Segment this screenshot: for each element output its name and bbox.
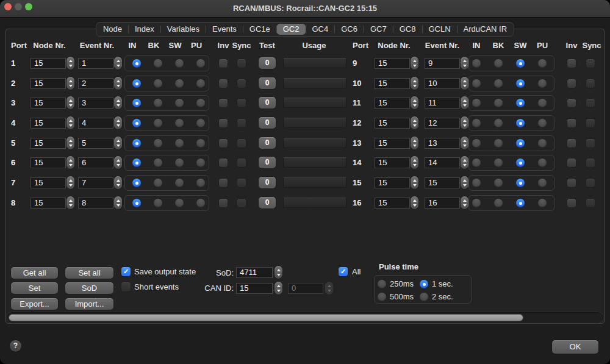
- port-6-radio-bk[interactable]: [154, 159, 162, 167]
- port-13-event-nr-stepper[interactable]: [461, 137, 468, 149]
- port-1-radio-pu[interactable]: [196, 59, 205, 68]
- port-6-usage-input[interactable]: [283, 157, 346, 168]
- title-bar[interactable]: RCAN/MBUS: Rocrail::CAN-GC2 15:15: [0, 0, 610, 18]
- port-2-inv-checkbox[interactable]: [219, 79, 228, 88]
- sod-stepper[interactable]: [274, 266, 282, 279]
- set-all-button[interactable]: Set all: [65, 267, 113, 279]
- port-7-radio-in[interactable]: [132, 179, 141, 187]
- port-1-event-nr-stepper[interactable]: [114, 57, 122, 70]
- port-6-node-nr-stepper[interactable]: [66, 156, 74, 169]
- tab-gc2[interactable]: GC2: [277, 24, 306, 35]
- port-10-sync-checkbox[interactable]: [586, 79, 595, 88]
- tab-gc7[interactable]: GC7: [364, 24, 393, 35]
- port-12-radio-in[interactable]: [472, 119, 481, 127]
- port-12-node-nr-stepper[interactable]: [411, 116, 418, 129]
- port-5-radio-pu[interactable]: [196, 139, 205, 148]
- sod-input[interactable]: 4711: [236, 267, 273, 278]
- port-3-event-nr-stepper[interactable]: [114, 96, 122, 109]
- port-12-radio-pu[interactable]: [538, 119, 547, 127]
- port-14-node-nr-stepper[interactable]: [411, 156, 418, 169]
- port-13-radio-pu[interactable]: [538, 139, 547, 148]
- tab-gc1e[interactable]: GC1e: [243, 24, 276, 35]
- pulse-time-2sec-radio[interactable]: [420, 293, 428, 301]
- port-1-node-nr-stepper[interactable]: [66, 57, 74, 70]
- port-11-radio-bk[interactable]: [494, 99, 503, 107]
- port-13-event-nr-input[interactable]: 13: [425, 138, 460, 149]
- port-13-node-nr-input[interactable]: 15: [375, 138, 410, 149]
- port-2-node-nr-input[interactable]: 15: [30, 78, 66, 89]
- port-14-radio-bk[interactable]: [494, 159, 503, 167]
- port-15-radio-sw[interactable]: [516, 179, 525, 187]
- port-12-node-nr-input[interactable]: 15: [375, 118, 410, 129]
- port-15-node-nr-stepper[interactable]: [411, 176, 418, 189]
- port-4-inv-checkbox[interactable]: [219, 119, 228, 127]
- port-10-event-nr-stepper[interactable]: [461, 77, 468, 90]
- port-8-event-nr-stepper[interactable]: [114, 196, 122, 209]
- port-2-sync-checkbox[interactable]: [237, 79, 246, 88]
- tab-gc6[interactable]: GC6: [335, 24, 364, 35]
- port-4-node-nr-stepper[interactable]: [66, 116, 74, 129]
- sod-button[interactable]: SoD: [65, 282, 113, 294]
- port-1-node-nr-input[interactable]: 15: [30, 58, 66, 69]
- tab-arducan-ir[interactable]: ArduCAN IR: [458, 24, 514, 35]
- port-15-radio-bk[interactable]: [494, 179, 503, 187]
- port-2-radio-pu[interactable]: [196, 79, 205, 88]
- port-8-sync-checkbox[interactable]: [237, 199, 246, 207]
- port-5-radio-sw[interactable]: [175, 139, 184, 148]
- port-9-node-nr-stepper[interactable]: [411, 57, 418, 70]
- port-2-node-nr-stepper[interactable]: [66, 77, 74, 90]
- port-14-radio-pu[interactable]: [538, 159, 547, 167]
- port-13-sync-checkbox[interactable]: [586, 139, 595, 148]
- port-3-radio-bk[interactable]: [154, 99, 162, 107]
- port-8-usage-input[interactable]: [283, 198, 346, 208]
- port-14-event-nr-stepper[interactable]: [461, 156, 468, 169]
- port-13-radio-in[interactable]: [472, 139, 481, 148]
- port-4-node-nr-input[interactable]: 15: [30, 118, 66, 129]
- port-11-node-nr-input[interactable]: 15: [375, 98, 410, 109]
- ok-button[interactable]: OK: [552, 340, 598, 354]
- port-9-radio-pu[interactable]: [538, 59, 547, 68]
- port-11-radio-pu[interactable]: [538, 99, 547, 107]
- port-2-event-nr-input[interactable]: 2: [78, 78, 113, 89]
- port-10-radio-in[interactable]: [472, 79, 481, 88]
- port-5-node-nr-input[interactable]: 15: [30, 138, 66, 149]
- port-4-radio-pu[interactable]: [196, 119, 205, 127]
- port-13-radio-bk[interactable]: [494, 139, 503, 148]
- port-4-event-nr-stepper[interactable]: [114, 116, 122, 129]
- port-4-radio-in[interactable]: [132, 119, 141, 127]
- port-2-test-button[interactable]: 0: [259, 77, 276, 89]
- port-8-radio-pu[interactable]: [196, 199, 205, 207]
- port-1-sync-checkbox[interactable]: [237, 59, 246, 68]
- port-2-radio-bk[interactable]: [154, 79, 162, 88]
- help-button[interactable]: ?: [10, 340, 21, 352]
- port-2-radio-in[interactable]: [132, 79, 141, 88]
- port-5-radio-in[interactable]: [132, 139, 141, 148]
- port-4-event-nr-input[interactable]: 4: [78, 118, 113, 129]
- port-9-event-nr-input[interactable]: 9: [425, 58, 460, 69]
- port-8-test-button[interactable]: 0: [259, 197, 276, 209]
- port-1-radio-bk[interactable]: [154, 59, 162, 68]
- port-16-sync-checkbox[interactable]: [586, 199, 595, 207]
- port-7-sync-checkbox[interactable]: [237, 179, 246, 187]
- port-3-radio-pu[interactable]: [196, 99, 205, 107]
- port-7-event-nr-input[interactable]: 7: [78, 177, 113, 188]
- port-12-event-nr-input[interactable]: 12: [425, 118, 460, 129]
- port-11-radio-sw[interactable]: [516, 99, 525, 107]
- port-10-radio-sw[interactable]: [516, 79, 525, 88]
- port-5-event-nr-stepper[interactable]: [114, 137, 122, 149]
- horizontal-scrollbar-thumb[interactable]: [9, 315, 523, 321]
- port-2-event-nr-stepper[interactable]: [114, 77, 122, 90]
- port-11-node-nr-stepper[interactable]: [411, 96, 418, 109]
- port-1-event-nr-input[interactable]: 1: [78, 58, 113, 69]
- can-id-input[interactable]: 15: [236, 283, 273, 294]
- port-5-radio-bk[interactable]: [154, 139, 162, 148]
- port-16-radio-sw[interactable]: [516, 199, 525, 207]
- tab-index[interactable]: Index: [129, 24, 160, 35]
- port-12-sync-checkbox[interactable]: [586, 119, 595, 127]
- tab-node[interactable]: Node: [97, 24, 128, 35]
- port-6-event-nr-input[interactable]: 6: [78, 157, 113, 168]
- port-6-event-nr-stepper[interactable]: [114, 156, 122, 169]
- port-16-event-nr-stepper[interactable]: [461, 196, 468, 209]
- tab-gc4[interactable]: GC4: [306, 24, 334, 35]
- port-4-radio-bk[interactable]: [154, 119, 162, 127]
